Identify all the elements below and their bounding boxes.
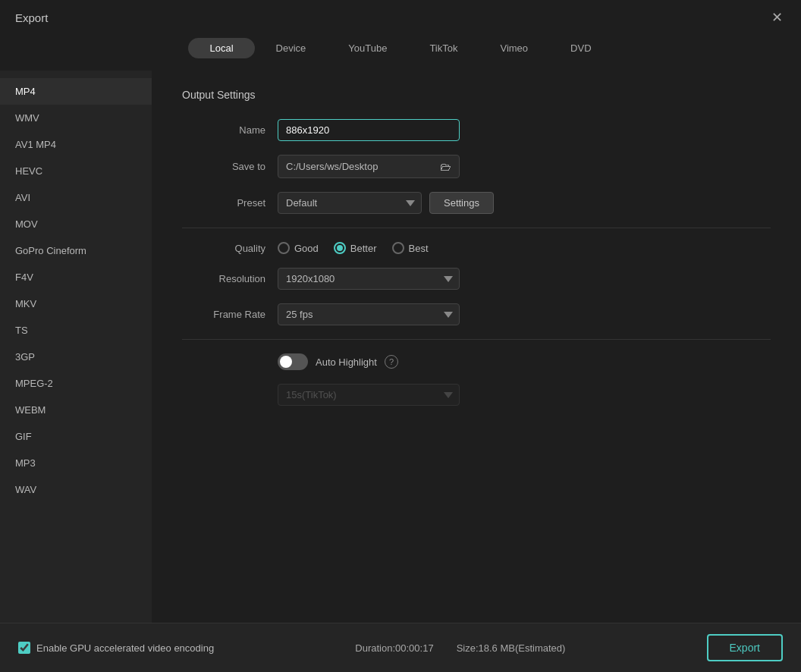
sidebar-item-mpeg2[interactable]: MPEG-2 <box>0 370 152 397</box>
duration-text: Duration:00:00:17 <box>355 642 433 654</box>
resolution-select[interactable]: 1920x1080 <box>278 268 460 290</box>
save-to-control-area: C:/Users/ws/Desktop 🗁 <box>278 155 771 178</box>
name-input[interactable] <box>278 119 460 141</box>
sidebar-item-mkv[interactable]: MKV <box>0 290 152 317</box>
gpu-checkbox[interactable] <box>18 642 30 654</box>
settings-button[interactable]: Settings <box>429 192 494 214</box>
tab-tiktok[interactable]: TikTok <box>408 38 479 58</box>
sidebar-item-av1mp4[interactable]: AV1 MP4 <box>0 131 152 158</box>
quality-control-area: Good Better Best <box>278 242 771 254</box>
sidebar-item-avi[interactable]: AVI <box>0 184 152 211</box>
resolution-control-area: 1920x1080 <box>278 268 771 290</box>
save-to-label: Save to <box>182 161 265 172</box>
quality-best-option[interactable]: Best <box>392 242 429 254</box>
frame-rate-select[interactable]: 25 fps <box>278 303 460 325</box>
auto-highlight-toggle[interactable] <box>278 353 308 370</box>
quality-radio-group: Good Better Best <box>278 242 429 254</box>
sidebar-item-hevc[interactable]: HEVC <box>0 158 152 184</box>
save-to-row: Save to C:/Users/ws/Desktop 🗁 <box>182 155 771 178</box>
tab-dvd[interactable]: DVD <box>549 38 612 58</box>
auto-highlight-row: Auto Highlight ? <box>182 353 771 370</box>
quality-label: Quality <box>182 243 265 254</box>
quality-good-radio[interactable] <box>278 242 290 254</box>
resolution-row: Resolution 1920x1080 <box>182 268 771 290</box>
tab-vimeo[interactable]: Vimeo <box>479 38 549 58</box>
divider-2 <box>182 339 771 340</box>
quality-better-option[interactable]: Better <box>334 242 377 254</box>
sidebar-item-3gp[interactable]: 3GP <box>0 344 152 370</box>
frame-rate-control-area: 25 fps <box>278 303 771 325</box>
auto-highlight-label: Auto Highlight <box>316 356 377 368</box>
frame-rate-row: Frame Rate 25 fps <box>182 303 771 325</box>
preset-row: Preset Default Settings <box>182 192 771 214</box>
save-to-path: C:/Users/ws/Desktop <box>286 161 378 172</box>
tab-bar: Local Device YouTube TikTok Vimeo DVD <box>0 32 801 71</box>
sidebar-item-f4v[interactable]: F4V <box>0 264 152 290</box>
title-bar: Export ✕ <box>0 0 801 32</box>
sidebar: MP4 WMV AV1 MP4 HEVC AVI MOV GoPro Cinef… <box>0 71 152 623</box>
sidebar-item-mov[interactable]: MOV <box>0 211 152 237</box>
preset-label: Preset <box>182 197 265 209</box>
name-label: Name <box>182 124 265 136</box>
sidebar-item-wmv[interactable]: WMV <box>0 105 152 131</box>
quality-better-radio[interactable] <box>334 242 346 254</box>
section-title: Output Settings <box>182 89 771 101</box>
tab-youtube[interactable]: YouTube <box>327 38 408 58</box>
right-panel: Output Settings Name Save to C:/Users/ws… <box>152 71 801 623</box>
sidebar-item-gopro[interactable]: GoPro Cineform <box>0 237 152 264</box>
app-title: Export <box>15 11 48 24</box>
help-icon[interactable]: ? <box>385 355 398 369</box>
bottom-info: Duration:00:00:17 Size:18.6 MB(Estimated… <box>355 642 565 654</box>
tab-local[interactable]: Local <box>188 38 254 58</box>
sidebar-item-mp3[interactable]: MP3 <box>0 450 152 476</box>
size-text: Size:18.6 MB(Estimated) <box>457 642 566 654</box>
gpu-label-text: Enable GPU accelerated video encoding <box>36 642 214 654</box>
sidebar-item-gif[interactable]: GIF <box>0 423 152 450</box>
gpu-checkbox-label[interactable]: Enable GPU accelerated video encoding <box>18 642 214 654</box>
save-to-field[interactable]: C:/Users/ws/Desktop 🗁 <box>278 155 460 178</box>
name-control-area <box>278 119 771 141</box>
sidebar-item-wav[interactable]: WAV <box>0 476 152 503</box>
tiktok-duration-row: 15s(TikTok) <box>182 384 771 406</box>
close-button[interactable]: ✕ <box>768 9 786 26</box>
divider-1 <box>182 228 771 228</box>
tab-device[interactable]: Device <box>255 38 328 58</box>
sidebar-item-mp4[interactable]: MP4 <box>0 78 152 105</box>
name-row: Name <box>182 119 771 141</box>
quality-good-label: Good <box>294 243 319 254</box>
resolution-label: Resolution <box>182 273 265 284</box>
folder-icon: 🗁 <box>440 160 451 173</box>
tiktok-duration-select: 15s(TikTok) <box>278 384 460 406</box>
quality-row: Quality Good Better Best <box>182 242 771 254</box>
quality-good-option[interactable]: Good <box>278 242 319 254</box>
quality-best-radio[interactable] <box>392 242 404 254</box>
main-content: MP4 WMV AV1 MP4 HEVC AVI MOV GoPro Cinef… <box>0 71 801 623</box>
bottom-bar: Enable GPU accelerated video encoding Du… <box>0 623 801 672</box>
quality-better-label: Better <box>350 243 377 254</box>
frame-rate-label: Frame Rate <box>182 309 265 320</box>
preset-control-area: Default Settings <box>278 192 771 214</box>
sidebar-item-ts[interactable]: TS <box>0 317 152 344</box>
quality-best-label: Best <box>409 243 429 254</box>
export-button[interactable]: Export <box>707 634 783 661</box>
sidebar-item-webm[interactable]: WEBM <box>0 397 152 423</box>
preset-select[interactable]: Default <box>278 192 422 214</box>
